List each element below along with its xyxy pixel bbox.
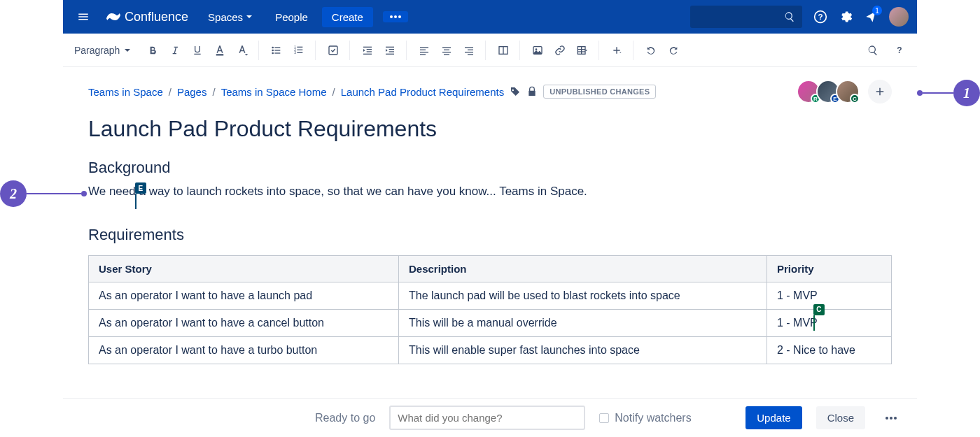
svg-rect-19 [363, 46, 372, 47]
notifications-icon[interactable]: 1 [864, 10, 878, 24]
nav-people[interactable]: People [267, 6, 316, 29]
editor-content[interactable]: Background We needE a way to launch rock… [63, 142, 917, 381]
indent-icon[interactable] [379, 40, 400, 61]
align-right-icon[interactable] [458, 40, 479, 61]
table-header-row: User Story Description Priority [89, 255, 892, 282]
link-icon[interactable] [550, 40, 570, 61]
svg-rect-34 [444, 54, 449, 55]
breadcrumb: Teams in Space / Pages / Teams in Space … [88, 85, 656, 99]
insert-icon[interactable] [606, 40, 627, 61]
svg-text:3: 3 [295, 51, 297, 55]
svg-rect-38 [468, 54, 473, 55]
table-header[interactable]: Priority [766, 255, 891, 282]
version-comment-input[interactable] [389, 406, 585, 430]
labels-icon[interactable] [510, 86, 521, 97]
breadcrumb-item[interactable]: Launch Pad Product Requirements [341, 86, 504, 98]
paragraph-style-select[interactable]: Paragraph [70, 45, 135, 56]
svg-rect-31 [442, 47, 451, 48]
profile-avatar[interactable] [889, 7, 909, 27]
nav-spaces[interactable]: Spaces [200, 6, 261, 29]
restrictions-icon[interactable] [526, 86, 538, 97]
svg-point-50 [894, 417, 897, 420]
svg-rect-20 [367, 49, 372, 50]
table-header[interactable]: Description [398, 255, 766, 282]
breadcrumb-item[interactable]: Pages [177, 86, 207, 98]
breadcrumb-item[interactable]: Teams in Space [88, 86, 163, 98]
notify-watchers-checkbox[interactable]: Notify watchers [599, 412, 691, 424]
number-list-icon[interactable]: 123 [288, 40, 309, 61]
text-color-icon[interactable] [209, 40, 230, 61]
image-icon[interactable] [527, 40, 548, 61]
settings-icon[interactable] [839, 10, 853, 24]
app-switcher-icon[interactable] [71, 5, 95, 29]
find-replace-icon[interactable] [862, 40, 883, 61]
bullet-list-icon[interactable] [266, 40, 287, 61]
update-button[interactable]: Update [746, 406, 802, 429]
underline-icon[interactable] [187, 40, 208, 61]
svg-text:?: ? [897, 45, 902, 55]
svg-rect-22 [363, 53, 372, 54]
svg-rect-5 [216, 54, 224, 55]
global-nav: Confluence Spaces People Create ? 1 [63, 0, 917, 34]
more-actions-icon[interactable] [383, 11, 408, 22]
table-cell[interactable]: This will be a manual override [398, 309, 766, 336]
svg-rect-35 [465, 47, 473, 48]
table-cell[interactable]: 1 - MVPC [766, 309, 891, 336]
editor-help-icon[interactable]: ? [889, 40, 910, 61]
svg-rect-36 [468, 49, 473, 50]
svg-rect-17 [298, 52, 303, 52]
svg-text:?: ? [818, 12, 822, 21]
checkbox-icon[interactable] [599, 413, 609, 423]
breadcrumb-item[interactable]: Teams in Space Home [221, 86, 327, 98]
status-badge: UNPUBLISHED CHANGES [543, 85, 656, 99]
heading-background[interactable]: Background [88, 159, 892, 177]
svg-point-10 [272, 52, 274, 54]
svg-point-2 [398, 15, 401, 18]
avatar[interactable]: C [836, 80, 860, 103]
table-cell[interactable]: 1 - MVP [766, 282, 891, 309]
table-cell[interactable]: As an operator I want to have a turbo bu… [89, 336, 399, 364]
svg-rect-13 [298, 46, 303, 47]
add-collaborator-button[interactable] [868, 80, 892, 103]
svg-rect-25 [389, 51, 394, 52]
table-icon[interactable] [572, 40, 593, 61]
svg-rect-28 [420, 49, 426, 50]
table-cell[interactable]: As an operator I want to have a launch p… [89, 282, 399, 309]
svg-rect-29 [420, 52, 428, 52]
notif-count-badge: 1 [872, 6, 882, 15]
align-left-icon[interactable] [414, 40, 435, 61]
paragraph[interactable]: We needE a way to launch rockets into sp… [88, 182, 892, 201]
draft-status: Ready to go [315, 412, 375, 424]
svg-rect-18 [329, 46, 337, 55]
undo-icon[interactable] [640, 40, 662, 61]
outdent-icon[interactable] [357, 40, 378, 61]
table-cell[interactable]: 2 - Nice to have [766, 336, 891, 364]
requirements-table[interactable]: User Story Description Priority As an op… [88, 255, 892, 364]
global-search[interactable] [690, 6, 802, 28]
action-item-icon[interactable] [323, 40, 344, 61]
svg-point-1 [394, 15, 397, 18]
help-icon[interactable]: ? [813, 10, 827, 24]
layout-icon[interactable] [493, 40, 514, 61]
heading-requirements[interactable]: Requirements [88, 226, 892, 244]
svg-rect-11 [275, 52, 281, 53]
table-header[interactable]: User Story [89, 255, 399, 282]
align-center-icon[interactable] [436, 40, 457, 61]
redo-icon[interactable] [663, 40, 684, 61]
annotation-callout-2: 2 [0, 180, 87, 207]
editor-toolbar: Paragraph 123 ? [63, 34, 917, 67]
table-cell[interactable]: The launch pad will be used to blast roc… [398, 282, 766, 309]
more-options-icon[interactable] [879, 411, 903, 425]
editor-footer: Ready to go Notify watchers Update Close [63, 398, 917, 437]
table-cell[interactable]: This will enable super fast launches int… [398, 336, 766, 364]
more-formatting-icon[interactable] [232, 40, 253, 61]
create-button[interactable]: Create [322, 7, 373, 27]
close-button[interactable]: Close [816, 406, 865, 429]
page-title[interactable]: Launch Pad Product Requirements [88, 116, 892, 142]
italic-icon[interactable] [164, 40, 186, 61]
bold-icon[interactable] [142, 40, 163, 61]
nav-right: ? 1 [690, 6, 909, 28]
svg-rect-32 [444, 49, 449, 50]
table-cell[interactable]: As an operator I want to have a cancel b… [89, 309, 399, 336]
confluence-logo[interactable]: Confluence [101, 10, 194, 24]
